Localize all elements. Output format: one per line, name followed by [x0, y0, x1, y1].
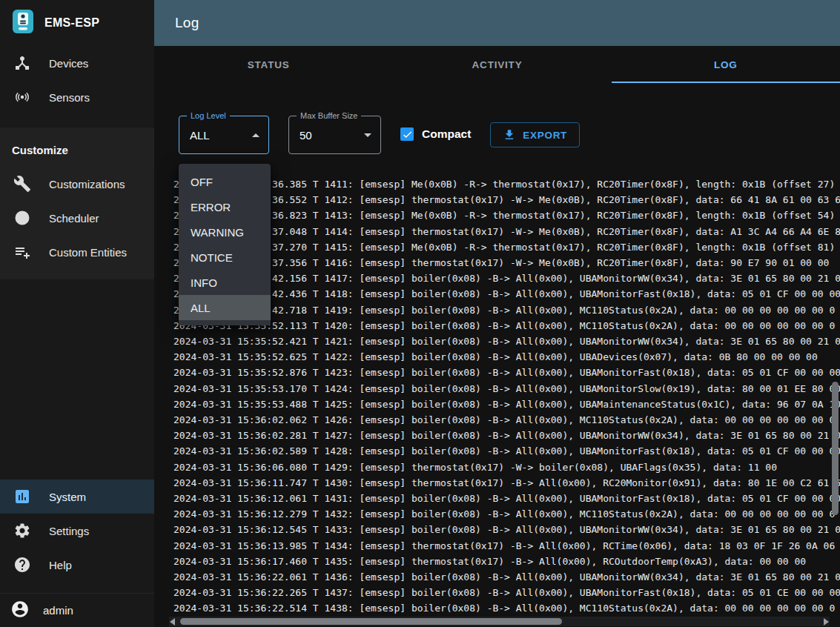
bar-chart-icon	[13, 488, 31, 505]
sidebar-item-custom-entities[interactable]: Custom Entities	[0, 235, 154, 269]
ems-esp-logo-icon	[12, 9, 34, 37]
log-level-menu: OFFERRORWARNINGNOTICEINFOALL	[179, 164, 271, 325]
sidebar-item-customizations[interactable]: Customizations	[0, 167, 154, 201]
log-level-select[interactable]: Log Level ALL	[179, 116, 269, 154]
sidebar-item-label: Customizations	[49, 178, 125, 190]
chevron-down-icon	[364, 133, 371, 137]
log-line: 2024-03-31 15:35:36.552 T 1412: [emsesp]…	[173, 192, 840, 208]
log-line: 2024-03-31 15:35:36.385 T 1411: [emsesp]…	[173, 176, 840, 192]
account-circle-icon	[10, 600, 30, 622]
devices-icon	[13, 54, 31, 72]
customize-section-label: Customize	[0, 127, 154, 167]
customize-section: Customize Customizations Scheduler Custo…	[0, 127, 154, 279]
log-line: 2024-03-31 15:36:12.545 T 1433: [emsesp]…	[173, 522, 840, 537]
log-level-select-value: ALL	[190, 129, 210, 142]
scroll-right-arrow-icon[interactable]	[824, 618, 829, 626]
page-title: Log	[175, 15, 199, 31]
log-line: 2024-03-31 15:36:02.589 T 1428: [emsesp]…	[173, 443, 840, 459]
compact-label: Compact	[422, 127, 471, 141]
scroll-left-arrow-icon[interactable]	[170, 618, 175, 626]
compact-checkbox[interactable]	[400, 127, 414, 141]
playlist-add-icon	[13, 243, 31, 261]
appbar: Log	[154, 0, 840, 46]
log-line: 2024-03-31 15:35:37.048 T 1414: [emsesp]…	[173, 224, 840, 239]
log-line: 2024-03-31 15:35:53.488 T 1425: [emsesp]…	[173, 397, 840, 412]
export-button-label: EXPORT	[523, 130, 567, 141]
log-line: 2024-03-31 15:36:12.061 T 1431: [emsesp]…	[173, 491, 840, 506]
sidebar-item-help[interactable]: Help	[0, 548, 154, 582]
log-line: 2024-03-31 15:36:06.080 T 1429: [emsesp]…	[173, 460, 840, 475]
sidebar-item-label: Custom Entities	[49, 246, 127, 259]
tab-bar: STATUS ACTIVITY LOG	[154, 46, 840, 83]
log-line: 2024-03-31 15:35:42.718 T 1419: [emsesp]…	[173, 302, 840, 318]
log-line: 2024-03-31 15:36:02.281 T 1427: [emsesp]…	[173, 428, 840, 443]
log-level-option[interactable]: OFF	[179, 169, 271, 194]
app-logo-row: EMS-ESP	[0, 0, 154, 46]
log-line: 2024-03-31 15:35:52.421 T 1421: [emsesp]…	[173, 334, 840, 349]
horizontal-scrollbar[interactable]	[169, 617, 830, 626]
log-line: 2024-03-31 15:36:17.460 T 1435: [emsesp]…	[173, 554, 840, 569]
sensors-icon	[13, 88, 31, 106]
log-line: 2024-03-31 15:36:11.747 T 1430: [emsesp]…	[173, 475, 840, 491]
sidebar-item-label: Devices	[49, 57, 88, 70]
checkmark-icon	[402, 129, 413, 140]
tab-activity[interactable]: ACTIVITY	[383, 46, 611, 83]
sidebar-item-devices[interactable]: Devices	[0, 46, 154, 80]
download-icon	[503, 128, 516, 142]
gear-icon	[13, 522, 31, 540]
log-line: 2024-03-31 15:36:13.985 T 1434: [emsesp]…	[173, 538, 840, 554]
log-line: 2024-03-31 15:35:42.156 T 1417: [emsesp]…	[173, 271, 840, 286]
tab-status[interactable]: STATUS	[154, 46, 383, 83]
log-line: 2024-03-31 15:35:52.113 T 1420: [emsesp]…	[173, 318, 840, 334]
log-controls: Log Level ALL Max Buffer Size 50 Compact…	[154, 83, 840, 174]
log-level-menu-options: OFFERRORWARNINGNOTICEINFOALL	[179, 169, 271, 320]
max-buffer-select-label: Max Buffer Size	[297, 111, 361, 121]
log-line: 2024-03-31 15:36:12.279 T 1432: [emsesp]…	[173, 506, 840, 522]
app-title: EMS-ESP	[44, 16, 99, 30]
log-line: 2024-03-31 15:35:52.625 T 1422: [emsesp]…	[173, 349, 840, 365]
help-icon	[13, 556, 31, 574]
sidebar-spacer	[0, 279, 154, 480]
sidebar-item-label: Sensors	[49, 91, 90, 104]
sidebar-item-label: System	[49, 491, 86, 503]
compact-checkbox-group[interactable]: Compact	[400, 127, 471, 141]
log-line: 2024-03-31 15:36:22.514 T 1438: [emsesp]…	[173, 600, 840, 616]
sidebar-item-label: Scheduler	[49, 212, 99, 225]
log-line: 2024-03-31 15:35:36.823 T 1413: [emsesp]…	[173, 208, 840, 223]
horizontal-scrollbar-thumb[interactable]	[180, 618, 562, 625]
log-level-option[interactable]: WARNING	[179, 219, 271, 245]
log-line: 2024-03-31 15:36:22.265 T 1437: [emsesp]…	[173, 585, 840, 600]
sidebar-item-settings[interactable]: Settings	[0, 514, 154, 548]
export-button[interactable]: EXPORT	[490, 122, 580, 147]
vertical-scrollbar-thumb[interactable]	[832, 382, 839, 515]
user-account-row[interactable]: admin	[0, 593, 154, 627]
sidebar-item-label: Help	[49, 559, 72, 571]
sidebar-item-sensors[interactable]: Sensors	[0, 80, 154, 114]
wrench-icon	[13, 175, 31, 193]
sidebar: EMS-ESP Devices Sensors Customize Custom…	[0, 0, 154, 627]
chevron-up-icon	[252, 133, 259, 137]
log-level-option[interactable]: ERROR	[179, 194, 271, 219]
sidebar-item-label: Settings	[49, 525, 89, 537]
log-level-option[interactable]: NOTICE	[179, 245, 271, 270]
max-buffer-select[interactable]: Max Buffer Size 50	[288, 116, 381, 154]
log-line: 2024-03-31 15:35:42.436 T 1418: [emsesp]…	[173, 286, 840, 302]
user-label: admin	[43, 604, 73, 617]
log-line: 2024-03-31 15:35:37.356 T 1416: [emsesp]…	[173, 255, 840, 271]
log-line: 2024-03-31 15:36:22.061 T 1436: [emsesp]…	[173, 569, 840, 585]
log-line: 2024-03-31 15:35:52.876 T 1423: [emsesp]…	[173, 365, 840, 380]
log-line: 2024-03-31 15:36:02.062 T 1426: [emsesp]…	[173, 412, 840, 428]
log-level-select-label: Log Level	[187, 111, 230, 121]
ems-esp-app: EMS-ESP Devices Sensors Customize Custom…	[0, 0, 840, 627]
sidebar-item-system[interactable]: System	[0, 480, 154, 514]
log-level-option[interactable]: ALL	[179, 295, 271, 320]
log-level-option[interactable]: INFO	[179, 270, 271, 295]
clock-icon	[13, 209, 31, 227]
log-line: 2024-03-31 15:35:53.170 T 1424: [emsesp]…	[173, 381, 840, 397]
max-buffer-select-value: 50	[300, 129, 312, 142]
sidebar-item-scheduler[interactable]: Scheduler	[0, 201, 154, 235]
log-line: 2024-03-31 15:35:37.270 T 1415: [emsesp]…	[173, 239, 840, 255]
tab-log[interactable]: LOG	[612, 46, 840, 83]
